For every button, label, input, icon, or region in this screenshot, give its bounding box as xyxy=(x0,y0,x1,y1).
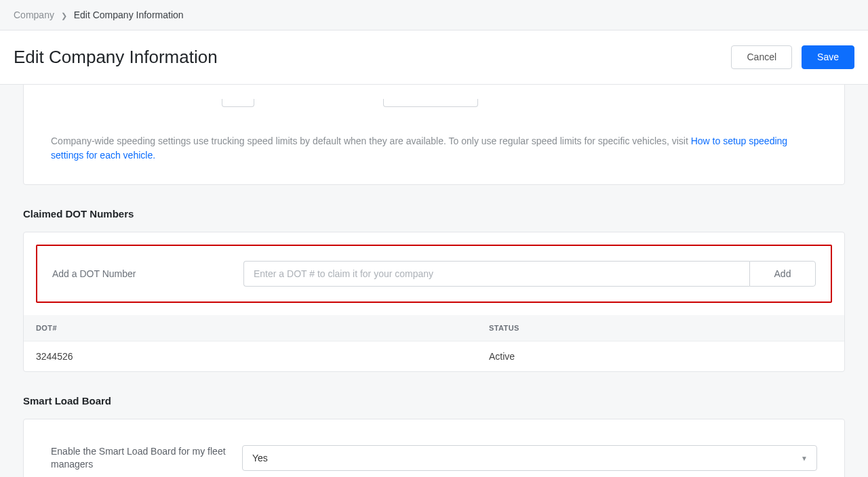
header-actions: Cancel Save xyxy=(731,45,854,69)
table-row: 3244526 Active xyxy=(24,341,844,371)
select-remnant xyxy=(383,99,478,107)
dot-number-input[interactable] xyxy=(243,261,749,287)
chevron-right-icon: ❯ xyxy=(61,12,67,20)
speeding-field-remnants xyxy=(222,99,817,107)
slb-select-wrap: Yes ▼ xyxy=(242,445,817,471)
slb-enable-select[interactable]: Yes xyxy=(242,445,817,471)
dot-table-header: DOT# STATUS xyxy=(24,315,844,341)
add-dot-label: Add a DOT Number xyxy=(52,268,243,279)
claimed-dot-card: Add a DOT Number Add DOT# STATUS 3244526… xyxy=(23,232,845,372)
dot-cell-dot: 3244526 xyxy=(36,351,489,362)
smart-load-board-card: Enable the Smart Load Board for my fleet… xyxy=(23,419,845,477)
save-button[interactable]: Save xyxy=(802,45,854,69)
speeding-help-text-body: Company-wide speeding settings use truck… xyxy=(51,136,691,146)
dot-add-wrap: Add a DOT Number Add xyxy=(24,232,844,315)
slb-enable-label: Enable the Smart Load Board for my fleet… xyxy=(51,445,242,472)
add-dot-button[interactable]: Add xyxy=(749,261,816,287)
breadcrumb-current: Edit Company Information xyxy=(74,9,184,20)
section-heading-dot: Claimed DOT Numbers xyxy=(23,208,845,220)
content-area: Company-wide speeding settings use truck… xyxy=(0,85,868,477)
section-heading-slb: Smart Load Board xyxy=(23,395,845,407)
dot-col-header-status: STATUS xyxy=(489,324,832,332)
page-header: Edit Company Information Cancel Save xyxy=(0,30,868,85)
dot-cell-status: Active xyxy=(489,351,832,362)
add-dot-highlight: Add a DOT Number Add xyxy=(36,245,832,303)
dot-input-group: Add xyxy=(243,261,816,287)
speeding-settings-card: Company-wide speeding settings use truck… xyxy=(23,85,845,185)
breadcrumb: Company ❯ Edit Company Information xyxy=(0,0,868,30)
breadcrumb-company[interactable]: Company xyxy=(14,9,54,20)
dot-col-header-dot: DOT# xyxy=(36,324,489,332)
input-remnant xyxy=(222,99,254,107)
page-title: Edit Company Information xyxy=(14,47,218,68)
cancel-button[interactable]: Cancel xyxy=(731,45,792,69)
speeding-help-text: Company-wide speeding settings use truck… xyxy=(51,134,817,163)
